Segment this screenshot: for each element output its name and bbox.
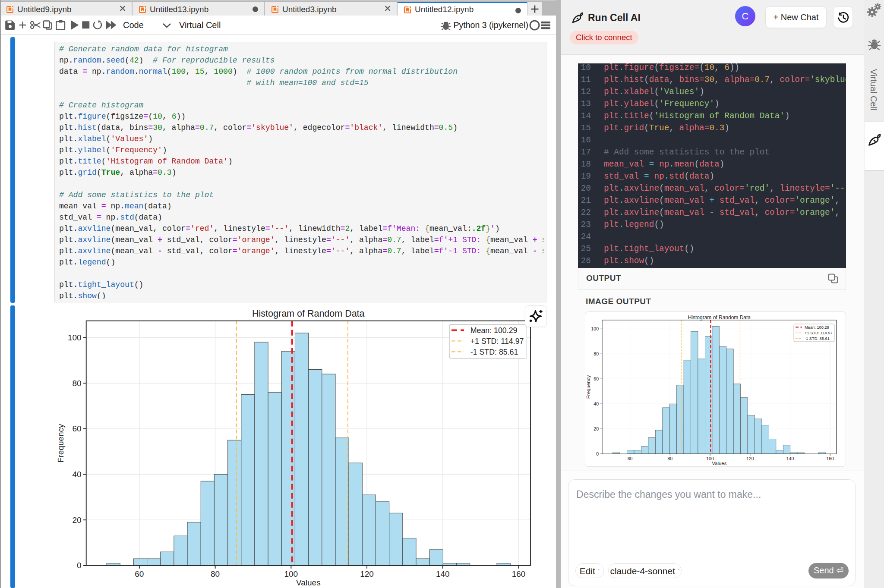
svg-text:120: 120 bbox=[360, 569, 374, 579]
svg-text:40: 40 bbox=[73, 470, 82, 479]
svg-text:Mean: 100.29: Mean: 100.29 bbox=[470, 326, 518, 335]
svg-text:60: 60 bbox=[73, 424, 82, 433]
svg-text:Frequency: Frequency bbox=[56, 424, 65, 462]
svg-text:20: 20 bbox=[73, 516, 82, 525]
svg-text:80: 80 bbox=[594, 351, 599, 356]
svg-text:Frequency: Frequency bbox=[586, 375, 591, 399]
svg-text:40: 40 bbox=[594, 401, 599, 406]
svg-text:+1 STD: 114.97: +1 STD: 114.97 bbox=[805, 331, 833, 335]
svg-text:Histogram of Random Data: Histogram of Random Data bbox=[688, 314, 751, 321]
svg-text:20: 20 bbox=[594, 426, 599, 431]
svg-text:80: 80 bbox=[667, 456, 672, 461]
svg-text:80: 80 bbox=[211, 569, 220, 579]
svg-text:120: 120 bbox=[746, 456, 754, 461]
svg-text:100: 100 bbox=[284, 569, 298, 579]
svg-text:160: 160 bbox=[826, 456, 834, 461]
svg-text:100: 100 bbox=[591, 326, 599, 331]
svg-text:0: 0 bbox=[596, 451, 599, 456]
svg-text:140: 140 bbox=[786, 456, 794, 461]
svg-text:60: 60 bbox=[628, 456, 633, 461]
svg-text:-1 STD: 85.61: -1 STD: 85.61 bbox=[470, 348, 518, 356]
svg-text:140: 140 bbox=[436, 569, 450, 579]
svg-text:0: 0 bbox=[77, 561, 82, 570]
svg-text:Values: Values bbox=[296, 578, 321, 587]
svg-text:Mean: 100.29: Mean: 100.29 bbox=[805, 325, 829, 330]
svg-text:60: 60 bbox=[135, 569, 144, 579]
svg-text:+1 STD: 114.97: +1 STD: 114.97 bbox=[470, 337, 524, 346]
svg-text:60: 60 bbox=[594, 376, 599, 381]
svg-text:160: 160 bbox=[512, 569, 526, 579]
svg-text:-1 STD: 85.61: -1 STD: 85.61 bbox=[805, 336, 830, 341]
svg-text:100: 100 bbox=[68, 333, 82, 342]
svg-text:Histogram of Random Data: Histogram of Random Data bbox=[252, 308, 365, 319]
svg-text:80: 80 bbox=[73, 379, 82, 388]
svg-text:Values: Values bbox=[712, 461, 727, 466]
svg-text:100: 100 bbox=[706, 456, 714, 461]
